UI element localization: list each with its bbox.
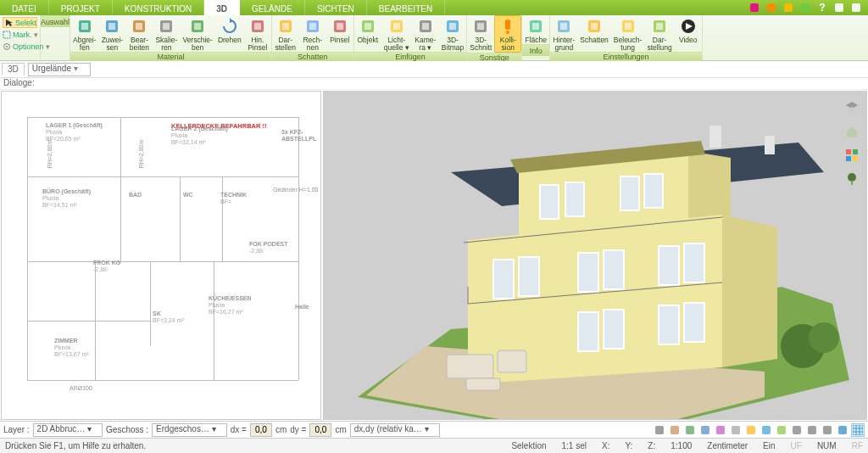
window-icon[interactable] [849,1,863,14]
ribbon-darstellung-button[interactable]: Dar-stellung [644,15,674,52]
toolstrip-h5[interactable] [714,423,727,437]
ribbon-beleuchtung-button[interactable]: Beleuch-tung [611,15,645,52]
3d-view-pane[interactable] [323,91,867,420]
menu-tab-bearbeiten[interactable]: BEARBEITEN [367,0,445,15]
toolstrip-h12[interactable] [821,423,834,437]
svg-rect-49 [656,23,663,30]
toolstrip-h11[interactable] [805,423,819,437]
palette-icon[interactable] [843,146,861,165]
layers-icon[interactable] [782,1,795,14]
toolstrip-h6[interactable] [729,423,743,437]
room-label: Halle [295,304,309,310]
menu-tab-konstruktion[interactable]: KONSTRUKTION [113,0,204,15]
svg-rect-71 [578,312,598,351]
svg-rect-18 [194,23,201,30]
ribbon-objekt-button[interactable]: Objekt [354,15,381,52]
menu-tab-3d[interactable]: 3D [204,0,240,15]
ribbon-bitmap-button[interactable]: 3D-Bitmap [439,15,466,52]
video-icon [679,17,698,36]
ribbon-video-button[interactable]: Video [675,15,702,52]
options-row[interactable]: Optionen▾ [3,41,37,52]
svg-rect-25 [309,23,316,30]
svg-rect-88 [853,156,858,161]
flaeche-icon [526,17,545,36]
room-label: TECHNIKBF= [220,192,247,205]
schatten-e-icon [585,17,604,36]
ribbon-drehen-button[interactable]: Drehen [215,15,244,52]
svg-rect-83 [709,126,721,148]
edit-icon[interactable] [748,1,761,14]
ribbon-skalieren-button[interactable]: Skalie-ren [153,15,180,52]
ribbon-hin-pinsel-button[interactable]: Hin.Pinsel [244,15,271,52]
ribbon-schatten-e-button[interactable]: Schatten [577,15,611,52]
ribbon-pinsel-button[interactable]: Pinsel [326,15,353,52]
ribbon-lichtquelle-button[interactable]: Licht-quelle ▾ [381,15,412,52]
toolstrip-h8[interactable] [760,423,773,437]
verschieben-icon [188,17,207,36]
drehen-icon [220,17,239,36]
view-tab-3d[interactable]: 3D [2,63,25,76]
svg-marker-60 [722,215,777,367]
menu-tab-gelände[interactable]: GELÄNDE [240,0,305,15]
svg-rect-99 [777,426,786,434]
select-row[interactable]: Selekt [3,17,37,28]
ribbon-bearbeiten-button[interactable]: Bear-beiten [125,15,153,52]
svg-rect-104 [853,425,863,435]
menu-tab-projekt[interactable]: PROJEKT [49,0,113,15]
ribbon-flaeche-button[interactable]: Fläche [522,15,549,44]
ribbon-verschieben-button[interactable]: Verschie-ben [180,15,214,52]
svg-rect-67 [578,253,598,292]
svg-rect-38 [505,20,510,30]
ribbon-schnitt-button[interactable]: 3D-Schnitt [467,15,494,53]
dy-input[interactable]: 0,0 [309,423,331,437]
room-label: LAGER 1 (Geschäft)PluviaBF=20,65 m² [46,122,103,143]
floorplan-pane[interactable]: KELLERDECKE BEFAHRBAR !!LAGER 1 (Geschäf… [1,91,321,420]
toolstrip-h3[interactable] [683,423,697,437]
ribbon-hintergrund-button[interactable]: Hinter-grund [550,15,577,52]
ribbon-zuweisen-button[interactable]: Zuwei-sen [98,15,125,52]
ribbon-kamera-button[interactable]: Kame-ra ▾ [412,15,439,52]
toolstrip-h13[interactable] [836,423,849,437]
view-toolstrip [653,423,865,437]
minimize-icon[interactable] [832,1,846,14]
ribbon-group-einstellungen: Einstellungen [550,52,701,61]
toolstrip-h1[interactable] [653,423,666,437]
workarea: KELLERDECKE BEFAHRBAR !!LAGER 1 (Geschäf… [0,90,868,421]
darstellen-icon [276,17,295,36]
ribbon-group-auswahl: Auswahl [41,15,70,27]
ribbon-abgreifen-button[interactable]: Abgrei-fen [70,15,98,52]
svg-point-39 [506,31,509,34]
toolstrip-h10[interactable] [790,423,804,437]
svg-rect-87 [846,156,851,161]
svg-rect-95 [716,426,725,434]
toolstrip-h7[interactable] [744,423,758,437]
room-label: LAGER 2 (Geschäft)PluviaBF=32,14 m² [171,126,228,146]
svg-rect-62 [565,182,584,216]
layers-icon[interactable] [843,98,861,117]
toolstrip-h2[interactable] [668,423,682,437]
toolstrip-grid[interactable] [851,423,865,437]
geschoss-combo[interactable]: Erdgeschos… ▾ [152,423,227,437]
dx-input[interactable]: 0,0 [250,423,272,437]
menu-tab-sichten[interactable]: SICHTEN [305,0,367,15]
house-icon[interactable] [843,122,861,141]
svg-rect-94 [701,426,709,434]
help-icon[interactable]: ? [815,1,829,14]
mark-row[interactable]: Mark.▾ [3,29,37,40]
terrain-combo[interactable]: Urgelände ▾ [28,63,91,76]
coord-mode-combo[interactable]: dx,dy (relativ ka… ▾ [350,423,440,437]
hin-pinsel-icon [248,17,267,36]
ribbon-kollision-button[interactable]: Kolli-sion [494,15,521,53]
palette-icon[interactable] [798,1,812,14]
view-tools [843,98,861,188]
layer-combo[interactable]: 2D Abbruc… ▾ [33,423,103,437]
tree-icon[interactable] [843,170,861,188]
toolstrip-h4[interactable] [698,423,712,437]
status-rf: RF [852,441,863,450]
ribbon-darstellen-button[interactable]: Dar-stellen [272,15,299,52]
toolstrip-h9[interactable] [775,423,788,437]
ribbon-rechnen-button[interactable]: Rech-nen [299,15,326,52]
cube-icon[interactable] [765,1,778,14]
ribbon-selection-panel: Selekt Mark.▾ Optionen▾ [0,15,41,60]
menu-tab-datei[interactable]: DATEI [0,0,49,15]
